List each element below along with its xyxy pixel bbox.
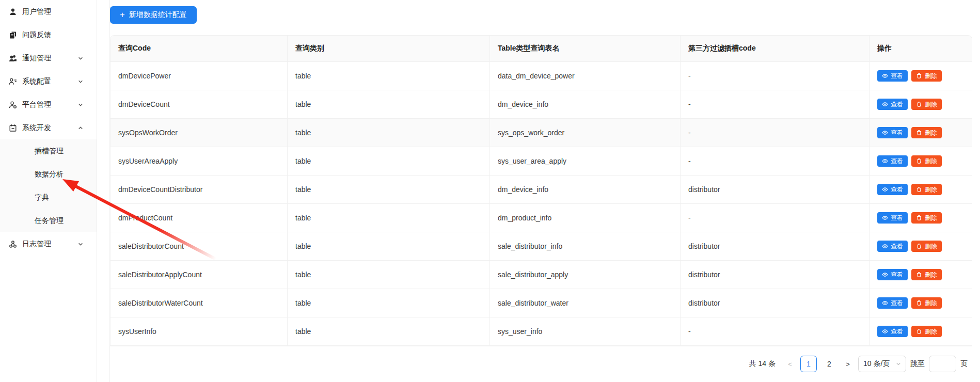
sidebar-item-notification[interactable]: 通知管理 <box>0 46 97 70</box>
view-button-label: 查看 <box>891 129 903 137</box>
delete-button[interactable]: 删除 <box>911 70 942 82</box>
column-header-query-code: 查询Code <box>110 36 288 61</box>
add-statistic-config-button[interactable]: + 新增数据统计配置 <box>110 6 197 24</box>
sidebar-item-label: 日志管理 <box>22 240 51 249</box>
table-row: saleDistributorApplyCount table sale_dis… <box>110 261 972 289</box>
table-row: sysUserAreaApply table sys_user_area_app… <box>110 147 972 176</box>
view-button-label: 查看 <box>891 100 903 109</box>
cell-table-name: sys_ops_work_order <box>490 119 681 147</box>
app-root: 用户管理 问题反馈 通知管理 系统配置 平台管理 系统开发 插槽管理 数据分析 … <box>0 0 980 382</box>
delete-button[interactable]: 删除 <box>911 212 942 224</box>
eye-icon <box>882 130 888 136</box>
cell-actions: 查看 删除 <box>870 204 972 232</box>
sidebar-item-label: 用户管理 <box>22 7 51 17</box>
cell-query-type: table <box>288 204 490 232</box>
view-button[interactable]: 查看 <box>877 326 908 337</box>
view-button[interactable]: 查看 <box>877 99 908 110</box>
sidebar-item-system-dev[interactable]: 系统开发 <box>0 116 97 139</box>
sidebar-item-label: 系统开发 <box>22 123 51 133</box>
column-header-query-type: 查询类别 <box>288 36 490 61</box>
cell-filter-code: distributor <box>681 176 870 203</box>
chevron-down-icon <box>78 242 83 247</box>
trash-icon <box>916 328 922 335</box>
view-button[interactable]: 查看 <box>877 184 908 195</box>
cell-query-type: table <box>288 62 490 90</box>
cell-actions: 查看 删除 <box>870 147 972 175</box>
table-row: dmDeviceCountDistributor table dm_device… <box>110 176 972 204</box>
sidebar-item-logs[interactable]: 日志管理 <box>0 232 97 256</box>
jump-suffix-label: 页 <box>960 359 968 369</box>
cell-filter-code: - <box>681 204 870 232</box>
table-row: saleDistributorWaterCount table sale_dis… <box>110 289 972 317</box>
trash-icon <box>916 272 922 278</box>
pagination-prev-button[interactable]: < <box>784 356 796 372</box>
delete-button[interactable]: 删除 <box>911 326 942 337</box>
cell-actions: 查看 删除 <box>870 232 972 260</box>
cell-table-name: sale_distributor_info <box>490 232 681 260</box>
sidebar-subitem-task-manage[interactable]: 任务管理 <box>0 209 97 232</box>
pagination-pages: 12 <box>800 356 837 372</box>
view-button-label: 查看 <box>891 157 903 166</box>
jump-prefix-label: 跳至 <box>910 359 925 369</box>
view-button[interactable]: 查看 <box>877 155 908 167</box>
view-button[interactable]: 查看 <box>877 212 908 224</box>
trash-icon <box>916 300 922 306</box>
cell-query-type: table <box>288 317 490 345</box>
sidebar-item-label: 系统配置 <box>22 77 51 86</box>
trash-icon <box>916 243 922 249</box>
sidebar-subitem-dictionary[interactable]: 字典 <box>0 186 97 209</box>
eye-icon <box>882 243 888 249</box>
submenu-item-label: 数据分析 <box>35 170 64 179</box>
view-button[interactable]: 查看 <box>877 70 908 82</box>
view-button[interactable]: 查看 <box>877 269 908 280</box>
submenu-item-label: 插槽管理 <box>35 147 64 156</box>
pagination-next-button[interactable]: > <box>842 356 854 372</box>
cell-actions: 查看 删除 <box>870 317 972 345</box>
sidebar-item-user[interactable]: 用户管理 <box>0 0 97 23</box>
cell-filter-code: distributor <box>681 232 870 260</box>
trash-icon <box>916 101 922 107</box>
chevron-down-icon <box>78 79 83 84</box>
pagination-page-2[interactable]: 2 <box>821 356 837 372</box>
sidebar-subitem-slot-manage[interactable]: 插槽管理 <box>0 139 97 163</box>
delete-button[interactable]: 删除 <box>911 297 942 309</box>
cell-filter-code: - <box>681 90 870 118</box>
view-button[interactable]: 查看 <box>877 241 908 252</box>
feedback-icon <box>9 31 17 39</box>
submenu-item-label: 字典 <box>35 193 49 202</box>
delete-button[interactable]: 删除 <box>911 155 942 167</box>
delete-button-label: 删除 <box>925 299 937 308</box>
plus-icon: + <box>120 11 124 19</box>
trash-icon <box>916 73 922 79</box>
delete-button[interactable]: 删除 <box>911 269 942 280</box>
cell-filter-code: - <box>681 317 870 345</box>
view-button[interactable]: 查看 <box>877 127 908 138</box>
sidebar-item-platform[interactable]: 平台管理 <box>0 93 97 116</box>
delete-button-label: 删除 <box>925 327 937 336</box>
page-size-select[interactable]: 10 条/页 <box>858 356 906 372</box>
cell-actions: 查看 删除 <box>870 119 972 147</box>
eye-icon <box>882 272 888 278</box>
chevron-down-icon <box>896 361 901 367</box>
delete-button[interactable]: 删除 <box>911 241 942 252</box>
pagination-page-1[interactable]: 1 <box>800 356 817 372</box>
delete-button[interactable]: 删除 <box>911 99 942 110</box>
delete-button-label: 删除 <box>925 214 937 222</box>
delete-button[interactable]: 删除 <box>911 184 942 195</box>
data-statistics-table: 查询Code 查询类别 Table类型查询表名 第三方过滤插槽code 操作 d… <box>110 35 972 346</box>
table-row: sysOpsWorkOrder table sys_ops_work_order… <box>110 119 972 147</box>
jump-page-input[interactable] <box>929 356 956 372</box>
delete-button-label: 删除 <box>925 185 937 194</box>
sidebar-item-system-config[interactable]: 系统配置 <box>0 70 97 93</box>
cell-query-type: table <box>288 119 490 147</box>
table-row: dmDeviceCount table dm_device_info - 查看 <box>110 90 972 119</box>
sidebar-item-label: 平台管理 <box>22 100 51 109</box>
view-button-label: 查看 <box>891 214 903 222</box>
view-button[interactable]: 查看 <box>877 297 908 309</box>
cell-query-type: table <box>288 289 490 317</box>
sidebar-item-label: 问题反馈 <box>22 30 51 40</box>
table-row: dmDevicePower table data_dm_device_power… <box>110 62 972 90</box>
delete-button[interactable]: 删除 <box>911 127 942 138</box>
sidebar-subitem-data-analysis[interactable]: 数据分析 <box>0 163 97 186</box>
sidebar-item-feedback[interactable]: 问题反馈 <box>0 23 97 46</box>
